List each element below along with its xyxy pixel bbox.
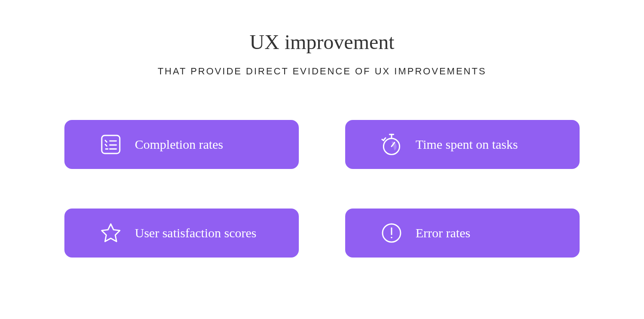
checklist-icon (99, 132, 123, 156)
page-subtitle: THAT PROVIDE DIRECT EVIDENCE OF UX IMPRO… (158, 66, 486, 77)
star-icon (99, 221, 123, 245)
page-title: UX improvement (249, 30, 394, 54)
metric-card-completion-rates: Completion rates (64, 120, 299, 169)
svg-point-11 (391, 237, 392, 239)
metric-label: Error rates (416, 226, 470, 240)
stopwatch-icon (380, 132, 404, 156)
metric-card-satisfaction: User satisfaction scores (64, 209, 299, 258)
metric-label: User satisfaction scores (135, 226, 256, 240)
metric-card-time-spent: Time spent on tasks (345, 120, 580, 169)
metric-label: Time spent on tasks (416, 137, 518, 152)
metrics-grid: Completion rates Time spent on tasks Use… (64, 120, 580, 258)
error-icon (380, 221, 404, 245)
metric-label: Completion rates (135, 137, 223, 152)
metric-card-error-rates: Error rates (345, 209, 580, 258)
